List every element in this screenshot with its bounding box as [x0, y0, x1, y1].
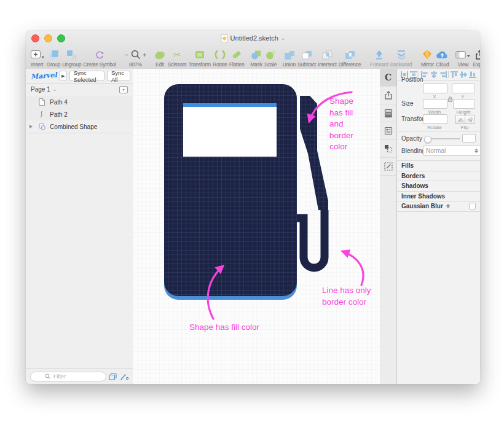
toolbar-backward[interactable]: Backward: [390, 48, 412, 68]
toolbar-label: Ungroup: [62, 61, 81, 68]
filter-input[interactable]: [52, 373, 92, 380]
page-selector[interactable]: Page 1 ⌄ ▾: [26, 83, 133, 96]
edit-icon: [154, 48, 166, 61]
section-fills[interactable]: Fills: [397, 160, 480, 171]
ungroup-icon: [66, 48, 78, 61]
align-right-icon[interactable]: [439, 71, 447, 79]
toolbar-intersect[interactable]: Intersect: [318, 48, 337, 68]
size-label: Size: [401, 100, 413, 107]
toolbar-forward[interactable]: Forward: [370, 48, 388, 68]
pages-overlay-icon[interactable]: [109, 373, 117, 380]
title-caret-icon[interactable]: ⌄: [281, 35, 286, 41]
toolbar-scale[interactable]: Scale: [264, 48, 277, 68]
toolbar-mask[interactable]: Mask: [250, 48, 262, 68]
craft-stack-tab[interactable]: [380, 104, 396, 122]
craft-share-tab[interactable]: [380, 87, 396, 104]
toolbar-transform[interactable]: Transform: [188, 48, 211, 68]
mask-icon: [250, 48, 262, 61]
toolbar-export[interactable]: Export: [473, 48, 480, 68]
pen-box-icon: [384, 162, 393, 171]
export-icon: [474, 48, 480, 61]
flip-horizontal-icon: [458, 117, 463, 122]
height-field[interactable]: [453, 99, 475, 109]
position-x-field[interactable]: [423, 84, 447, 93]
position-y-field[interactable]: [452, 84, 475, 93]
zoom-in-button[interactable]: +: [143, 51, 146, 58]
zoom-level[interactable]: 807%: [129, 61, 142, 68]
canvas[interactable]: Shape has fill and border color Line has…: [133, 69, 380, 384]
minimize-window-button[interactable]: [44, 34, 52, 42]
insert-icon: [30, 48, 45, 61]
align-top-icon[interactable]: [450, 71, 459, 79]
disclosure-triangle-icon[interactable]: [30, 125, 33, 128]
magnifier-icon: [130, 49, 141, 60]
union-icon: [283, 48, 295, 61]
opacity-label: Opacity: [401, 135, 422, 142]
layer-row-path4[interactable]: Path 4: [26, 96, 133, 108]
opacity-slider-knob[interactable]: [424, 136, 431, 143]
align-bottom-icon[interactable]: [468, 71, 477, 79]
toolbar-create-symbol[interactable]: Create Symbol: [83, 48, 116, 68]
edit-pencil-icon[interactable]: [120, 373, 128, 380]
layer-name: Path 2: [50, 111, 68, 118]
search-icon: [45, 373, 50, 379]
annotation-line-border: Line has only border color: [322, 285, 380, 308]
align-middle-vertical-icon[interactable]: [459, 71, 468, 79]
craft-logo-tab[interactable]: C: [380, 69, 396, 87]
close-window-button[interactable]: [31, 34, 39, 42]
toolbar-label: Flatten: [229, 61, 245, 68]
pump-screen[interactable]: [183, 107, 277, 157]
layer-row-path2[interactable]: Path 2: [26, 108, 133, 120]
filter-field[interactable]: [30, 372, 106, 381]
toolbar-label: Insert: [31, 61, 43, 68]
sync-all-button[interactable]: Sync All: [107, 71, 130, 81]
toolbar-group[interactable]: Group: [47, 48, 61, 68]
rotate-field[interactable]: [423, 114, 447, 124]
flip-horizontal-button[interactable]: [455, 115, 465, 124]
toolbar-mirror[interactable]: Mirror: [421, 48, 434, 68]
toolbar-label: Export: [473, 61, 480, 68]
marvel-play-button[interactable]: ▶: [60, 71, 67, 81]
lock-icon[interactable]: [448, 96, 452, 102]
width-field[interactable]: [423, 99, 447, 109]
toolbar-view[interactable]: View: [455, 48, 471, 68]
zoom-out-button[interactable]: −: [124, 51, 128, 58]
layer-row-combined-shape[interactable]: Combined Shape: [26, 120, 133, 133]
toolbar-cloud[interactable]: Cloud: [436, 48, 449, 68]
toolbar-label: Mask: [250, 61, 262, 68]
toolbar-ungroup[interactable]: Ungroup: [62, 48, 81, 68]
toolbar-difference[interactable]: Difference: [339, 48, 361, 68]
align-center-horizontal-icon[interactable]: [430, 71, 438, 79]
toolbar-scissors[interactable]: ✂ Scissors: [168, 48, 187, 68]
craft-slice-tab[interactable]: [380, 158, 396, 176]
toolbar-flatten[interactable]: Flatten: [229, 48, 245, 68]
section-inner-shadows[interactable]: Inner Shadows: [397, 191, 480, 201]
page-list-icon[interactable]: ▾: [119, 86, 128, 93]
gaussian-blur-checkbox[interactable]: [469, 203, 476, 209]
flip-sublabel: Flip: [455, 125, 474, 130]
toolbar-subtract[interactable]: Subtract: [297, 48, 316, 68]
path-shape-icon: [38, 98, 45, 106]
toolbar-edit[interactable]: Edit: [154, 48, 166, 68]
window-title-text: Untitled2.sketch: [230, 34, 278, 42]
blending-select[interactable]: Normal: [423, 146, 480, 156]
toolbar-rotate[interactable]: Rotate: [213, 48, 227, 68]
toolbar-label: Create Symbol: [83, 61, 116, 68]
sketch-document-icon: [221, 34, 228, 42]
section-borders[interactable]: Borders: [397, 171, 480, 181]
pump-hose-line[interactable]: [297, 210, 325, 268]
sync-selected-button[interactable]: Sync Selected: [69, 71, 104, 81]
craft-duplicate-tab[interactable]: [380, 140, 396, 158]
duplicate-icon: [384, 144, 393, 154]
toolbar-union[interactable]: Union: [283, 48, 296, 68]
section-shadows[interactable]: Shadows: [397, 181, 480, 191]
craft-styles-tab[interactable]: [380, 122, 396, 140]
zoom-window-button[interactable]: [57, 34, 65, 42]
opacity-slider[interactable]: [425, 138, 460, 139]
flip-vertical-button[interactable]: [465, 115, 474, 124]
height-sublabel: Height: [453, 109, 474, 115]
opacity-field[interactable]: [462, 134, 476, 143]
toolbar-insert[interactable]: Insert: [30, 48, 45, 68]
share-icon: [384, 90, 393, 100]
section-gaussian-blur[interactable]: Gaussian Blur: [397, 201, 480, 212]
